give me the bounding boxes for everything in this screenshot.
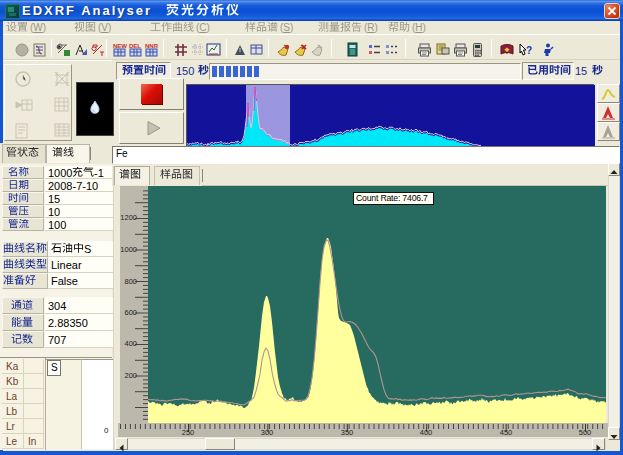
svg-text:800: 800 bbox=[124, 277, 137, 286]
svg-text:400: 400 bbox=[420, 428, 433, 437]
svg-text:600: 600 bbox=[124, 308, 137, 317]
svg-text:300: 300 bbox=[261, 428, 274, 437]
svg-text:450: 450 bbox=[500, 428, 513, 437]
svg-text:NNR: NNR bbox=[145, 43, 159, 49]
svg-text:1200: 1200 bbox=[120, 213, 137, 222]
svg-text:200: 200 bbox=[124, 371, 137, 380]
svg-text:350: 350 bbox=[341, 428, 354, 437]
svg-text:500: 500 bbox=[579, 428, 592, 437]
svg-text:DEL: DEL bbox=[129, 43, 141, 49]
svg-text:?: ? bbox=[526, 45, 532, 56]
svg-text:250: 250 bbox=[182, 428, 195, 437]
svg-text:1000: 1000 bbox=[120, 245, 137, 254]
svg-text:400: 400 bbox=[124, 339, 137, 348]
svg-text:NEW: NEW bbox=[113, 43, 127, 49]
